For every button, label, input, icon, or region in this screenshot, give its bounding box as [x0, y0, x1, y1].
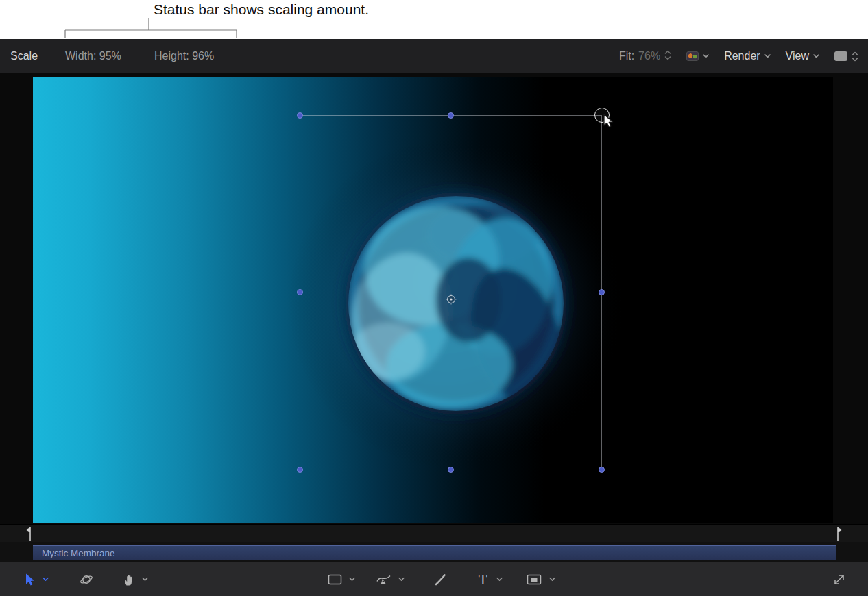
text-tool-icon: T [477, 573, 488, 586]
selection-handle[interactable] [599, 467, 605, 473]
diagonal-resize-icon [832, 573, 846, 586]
brush-stroke-icon [434, 573, 446, 586]
fit-value: 76% [638, 50, 660, 62]
view-label: View [786, 50, 809, 62]
play-range-in-marker[interactable] [25, 526, 34, 541]
chevron-down-icon [764, 54, 771, 58]
adjust-3d-transform-tool-button[interactable] [80, 573, 93, 586]
selection-handle[interactable] [448, 467, 454, 473]
svg-text:T: T [479, 573, 487, 586]
orbit-3d-icon [80, 573, 93, 586]
bezier-tool-button[interactable] [376, 573, 405, 586]
selection-bounding-box[interactable] [300, 115, 602, 469]
render-label: Render [724, 50, 760, 62]
selection-handle[interactable] [297, 467, 303, 473]
selection-handle[interactable] [599, 289, 605, 295]
timeline-ruler[interactable] [0, 524, 868, 542]
selection-handle[interactable] [297, 112, 303, 119]
anchor-point-icon[interactable] [446, 294, 457, 305]
rectangle-icon [328, 573, 342, 585]
chevron-down-icon [43, 578, 49, 582]
hand-icon [123, 573, 134, 586]
text-tool-button[interactable]: T [477, 573, 503, 586]
chevron-down-icon [813, 54, 819, 58]
mini-timeline: Mystic Membrane [0, 542, 868, 562]
channels-popup-button[interactable] [686, 51, 709, 61]
display-icon [834, 51, 847, 61]
fit-label: Fit: [619, 50, 634, 62]
timeline-clip-bar[interactable]: Mystic Membrane [33, 545, 836, 560]
play-range-out-marker[interactable] [834, 526, 843, 541]
resize-canvas-button[interactable] [832, 573, 846, 586]
chevron-down-icon [142, 578, 148, 582]
chevron-down-icon [349, 578, 355, 582]
active-tool-label: Scale [10, 39, 38, 73]
motion-canvas-window: Scale Width: 95% Height: 96% Fit: 76% [0, 39, 868, 596]
channels-swatch-icon [686, 51, 699, 61]
annotation-callout-lines [0, 0, 274, 39]
chevron-down-icon [703, 54, 709, 58]
rectangle-tool-button[interactable] [328, 573, 355, 585]
image-mask-icon [527, 573, 542, 585]
chevron-down-icon [398, 578, 405, 582]
chevron-down-icon [496, 578, 503, 582]
chevron-down-icon [549, 578, 555, 582]
render-popup-button[interactable]: Render [724, 50, 770, 62]
selection-handle[interactable] [297, 289, 303, 295]
paint-stroke-tool-button[interactable] [434, 573, 446, 586]
stepper-icon [852, 51, 858, 62]
tool-bar: T [0, 562, 868, 596]
display-layout-control[interactable] [834, 51, 858, 62]
view-popup-button[interactable]: View [786, 50, 819, 62]
height-readout: Height: 96% [154, 39, 214, 73]
image-mask-tool-button[interactable] [527, 573, 555, 585]
canvas-area [0, 73, 868, 524]
select-transform-tool-button[interactable] [25, 573, 49, 586]
pan-tool-button[interactable] [123, 573, 148, 586]
canvas[interactable] [33, 77, 833, 523]
selection-handle[interactable] [448, 112, 454, 119]
stepper-icon [664, 50, 671, 63]
canvas-status-bar: Scale Width: 95% Height: 96% Fit: 76% [0, 39, 868, 73]
clip-label: Mystic Membrane [42, 548, 115, 558]
mouse-cursor [602, 114, 616, 130]
width-readout: Width: 95% [65, 39, 121, 73]
select-arrow-icon [25, 573, 35, 586]
bezier-pen-icon [376, 573, 391, 586]
fit-zoom-control[interactable]: Fit: 76% [619, 50, 671, 63]
page: Status bar shows scaling amount. Scale W… [0, 0, 868, 596]
